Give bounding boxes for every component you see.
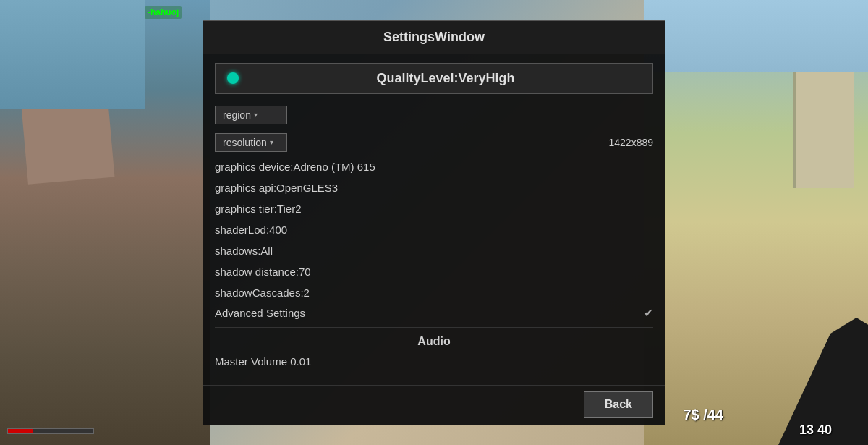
section-divider (215, 327, 653, 328)
back-button[interactable]: Back (584, 391, 653, 418)
settings-title-bar: SettingsWindow (203, 21, 665, 54)
settings-footer: Back (203, 385, 665, 425)
settings-window: SettingsWindow QualityLevel:VeryHigh reg… (203, 20, 665, 425)
resolution-row: resolution 1422x889 (215, 132, 653, 153)
graphics-api-row: graphics api:OpenGLES3 (215, 180, 653, 195)
quality-level-button[interactable]: QualityLevel:VeryHigh (215, 63, 653, 94)
player-tag: -hahuoj (145, 6, 182, 19)
graphics-device-row: graphics device:Adreno (TM) 615 (215, 159, 653, 174)
health-bar (7, 428, 94, 434)
resolution-value: 1422x889 (608, 137, 653, 148)
bg-left-scene (0, 0, 210, 445)
quality-level-label: QualityLevel:VeryHigh (250, 71, 641, 86)
settings-title: SettingsWindow (383, 30, 485, 44)
shadows-row: shadows:All (215, 243, 653, 258)
hud-money: 7$ /44 (683, 407, 723, 423)
master-volume-row: Master Volume 0.01 (215, 354, 653, 369)
region-row: region (215, 104, 653, 126)
shadow-cascades-row: shadowCascades:2 (215, 285, 653, 300)
audio-section-header: Audio (215, 335, 653, 348)
health-fill (8, 429, 33, 433)
shadow-distance-row: shadow distance:70 (215, 264, 653, 279)
weapon-model (637, 228, 868, 445)
region-dropdown[interactable]: region (215, 106, 287, 124)
advanced-settings-label: Advanced Settings (215, 307, 305, 319)
advanced-settings-checkbox[interactable]: ✔ (644, 306, 653, 320)
shader-lod-row: shaderLod:400 (215, 222, 653, 237)
graphics-tier-row: graphics tier:Tier2 (215, 201, 653, 216)
quality-indicator-dot (227, 72, 239, 84)
settings-content[interactable]: QualityLevel:VeryHigh region resolution … (203, 54, 665, 385)
resolution-dropdown[interactable]: resolution (215, 133, 287, 152)
advanced-settings-row: Advanced Settings ✔ (215, 306, 653, 320)
hud-ammo: 13 40 (799, 423, 832, 438)
